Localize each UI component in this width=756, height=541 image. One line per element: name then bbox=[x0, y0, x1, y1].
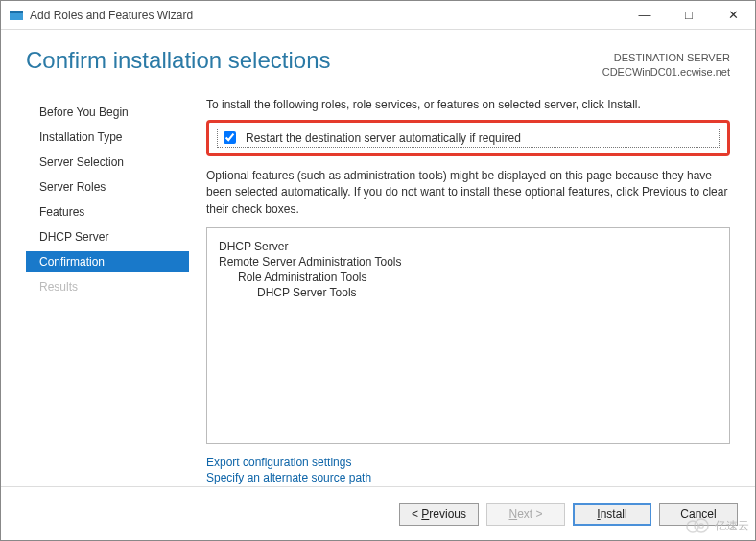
alternate-source-link[interactable]: Specify an alternate source path bbox=[206, 471, 371, 484]
install-button[interactable]: Install bbox=[573, 503, 651, 526]
sidebar-item-confirmation[interactable]: Confirmation bbox=[26, 251, 189, 272]
links-area: Export configuration settings Specify an… bbox=[206, 454, 730, 486]
footer: < Previous Next > Install Cancel bbox=[1, 486, 755, 540]
role-item: DHCP Server bbox=[219, 240, 718, 253]
next-button: Next > bbox=[486, 503, 565, 526]
maximize-button[interactable]: □ bbox=[667, 1, 711, 29]
destination-server-box: DESTINATION SERVER CDECWinDC01.ecwise.ne… bbox=[602, 51, 730, 81]
destination-label: DESTINATION SERVER bbox=[602, 51, 730, 65]
sidebar-item-features[interactable]: Features bbox=[26, 201, 189, 223]
destination-value: CDECWinDC01.ecwise.net bbox=[602, 65, 730, 80]
close-button[interactable]: ✕ bbox=[711, 1, 755, 29]
page-title: Confirm installation selections bbox=[26, 47, 330, 74]
restart-checkbox[interactable] bbox=[224, 131, 236, 144]
app-icon bbox=[9, 8, 24, 23]
titlebar: Add Roles and Features Wizard — □ ✕ bbox=[1, 1, 755, 30]
previous-button[interactable]: < Previous bbox=[399, 503, 479, 526]
role-item: Remote Server Administration Tools bbox=[219, 255, 718, 269]
body: Before You Begin Installation Type Serve… bbox=[1, 90, 755, 486]
role-item: Role Administration Tools bbox=[238, 270, 718, 284]
sidebar-item-server-selection[interactable]: Server Selection bbox=[26, 152, 189, 173]
role-item: DHCP Server Tools bbox=[257, 286, 718, 299]
svg-rect-1 bbox=[10, 11, 23, 13]
sidebar-item-results: Results bbox=[26, 276, 189, 297]
wizard-sidebar: Before You Begin Installation Type Serve… bbox=[26, 90, 189, 486]
restart-checkbox-row[interactable]: Restart the destination server automatic… bbox=[217, 129, 720, 148]
sidebar-item-dhcp-server[interactable]: DHCP Server bbox=[26, 226, 189, 247]
roles-list: DHCP Server Remote Server Administration… bbox=[206, 227, 730, 444]
restart-highlight: Restart the destination server automatic… bbox=[206, 120, 730, 156]
header: Confirm installation selections DESTINAT… bbox=[1, 30, 755, 90]
sidebar-item-before-you-begin[interactable]: Before You Begin bbox=[26, 102, 189, 123]
window-title: Add Roles and Features Wizard bbox=[30, 9, 623, 22]
instruction-text: To install the following roles, role ser… bbox=[206, 98, 730, 111]
minimize-button[interactable]: — bbox=[623, 1, 667, 29]
optional-features-text: Optional features (such as administratio… bbox=[206, 168, 730, 218]
export-config-link[interactable]: Export configuration settings bbox=[206, 456, 351, 469]
sidebar-item-installation-type[interactable]: Installation Type bbox=[26, 127, 189, 148]
cancel-button[interactable]: Cancel bbox=[659, 503, 738, 526]
restart-checkbox-label: Restart the destination server automatic… bbox=[246, 131, 521, 145]
window-controls: — □ ✕ bbox=[623, 1, 755, 29]
content-pane: To install the following roles, role ser… bbox=[189, 90, 730, 486]
sidebar-item-server-roles[interactable]: Server Roles bbox=[26, 176, 189, 198]
wizard-window: Add Roles and Features Wizard — □ ✕ Conf… bbox=[0, 0, 756, 541]
